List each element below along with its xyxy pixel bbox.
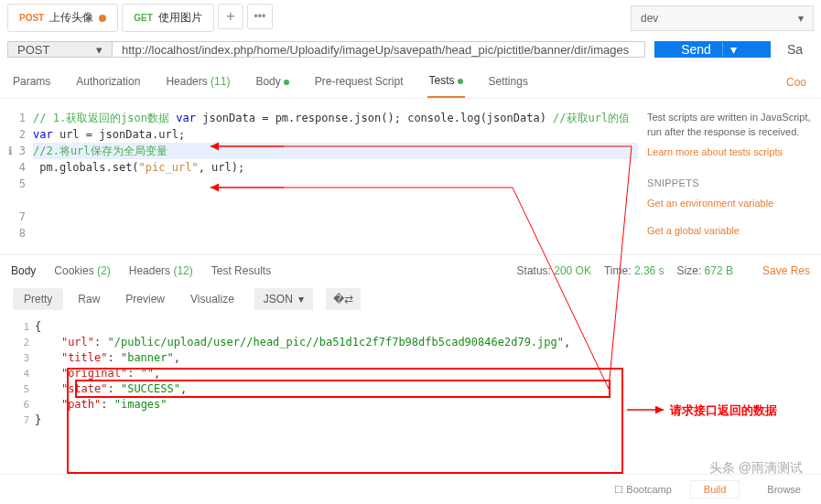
body-indicator-icon [284,80,289,85]
status-size: 672 B [705,264,733,277]
footer-bar: ☐ Bootcamp Build Browse [0,474,821,504]
bootcamp-link[interactable]: ☐ Bootcamp [614,484,672,496]
cookies-link[interactable]: Coo [783,69,810,96]
build-button[interactable]: Build [690,480,740,499]
resp-tab-headers[interactable]: Headers (12) [129,264,193,277]
snippets-sidebar: Test scripts are written in JavaScript, … [638,106,821,245]
save-button[interactable]: Sa [776,41,814,58]
method-value: POST [17,43,49,57]
resp-tab-test-results[interactable]: Test Results [211,264,271,277]
wrap-lines-button[interactable]: �⇄ [326,288,361,310]
status-time: 2.36 s [634,264,664,277]
annotation-label: 请求接口返回的数据 [670,402,777,419]
tab-headers[interactable]: Headers (11) [164,68,232,97]
unsaved-dot-icon [99,15,106,22]
tab-upload-avatar[interactable]: POST 上传头像 [7,4,118,32]
tab-overflow-button[interactable]: ••• [247,4,273,29]
environment-select[interactable]: dev ▾ [631,5,814,31]
tab-authorization[interactable]: Authorization [74,68,142,97]
response-json: { "url": "/public/upload/user//head_pic/… [35,319,570,428]
tab-body[interactable]: Body [254,68,290,97]
tab-tests[interactable]: Tests [427,67,465,98]
line-gutter: 12ℹ 345 78 [0,106,33,245]
view-preview[interactable]: Preview [114,288,176,310]
method-badge: POST [19,13,44,23]
snippets-title: SNIPPETS [647,176,812,190]
tab-settings[interactable]: Settings [487,68,530,97]
tab-params[interactable]: Params [11,68,52,97]
resp-tab-cookies[interactable]: Cookies (2) [54,264,110,277]
method-select[interactable]: POST ▾ [7,41,113,58]
chevron-down-icon: ▾ [96,43,103,57]
view-visualize[interactable]: Visualize [179,288,245,310]
snippet-get-global[interactable]: Get a global variable [647,223,812,238]
chevron-down-icon: ▾ [798,12,804,25]
env-value: dev [641,12,658,25]
resp-tab-body[interactable]: Body [11,264,36,277]
learn-more-link[interactable]: Learn more about tests scripts [647,145,812,159]
chevron-down-icon: ▾ [298,293,304,306]
add-tab-button[interactable]: + [218,4,243,29]
resp-headers-count: (12) [173,264,192,277]
browse-button[interactable]: Browse [758,481,810,498]
tab-use-image[interactable]: GET 使用图片 [122,4,214,32]
tab-prerequest[interactable]: Pre-request Script [313,68,405,97]
save-response-button[interactable]: Save Res [762,264,810,277]
url-value: http://localhost/index.php/home/Uploadif… [122,43,629,57]
view-pretty[interactable]: Pretty [13,288,63,310]
send-caret-icon[interactable]: ▾ [722,42,744,57]
send-label: Send [681,42,711,57]
tests-code-editor[interactable]: 12ℹ 345 78 // 1.获取返回的json数据 var jsonData… [0,106,638,245]
code-content[interactable]: // 1.获取返回的json数据 var jsonData = pm.respo… [33,106,638,245]
tab-label: 使用图片 [158,10,202,26]
sidebar-intro: Test scripts are written in JavaScript, … [647,110,812,139]
status-code: 200 OK [554,264,591,277]
status-area: Status: 200 OK Time: 2.36 s Size: 672 B [517,264,733,277]
resp-line-gutter: 1234567 [13,319,35,428]
format-select[interactable]: JSON▾ [254,288,313,310]
snippet-get-env[interactable]: Get an environment variable [647,196,812,210]
headers-count: (11) [211,75,230,88]
url-input[interactable]: http://localhost/index.php/home/Uploadif… [113,41,645,58]
method-badge: GET [134,13,153,23]
view-raw[interactable]: Raw [67,288,111,310]
tests-indicator-icon [458,79,463,84]
tab-label: 上传头像 [49,10,93,26]
cookies-count: (2) [97,264,111,277]
send-button[interactable]: Send ▾ [654,41,771,58]
